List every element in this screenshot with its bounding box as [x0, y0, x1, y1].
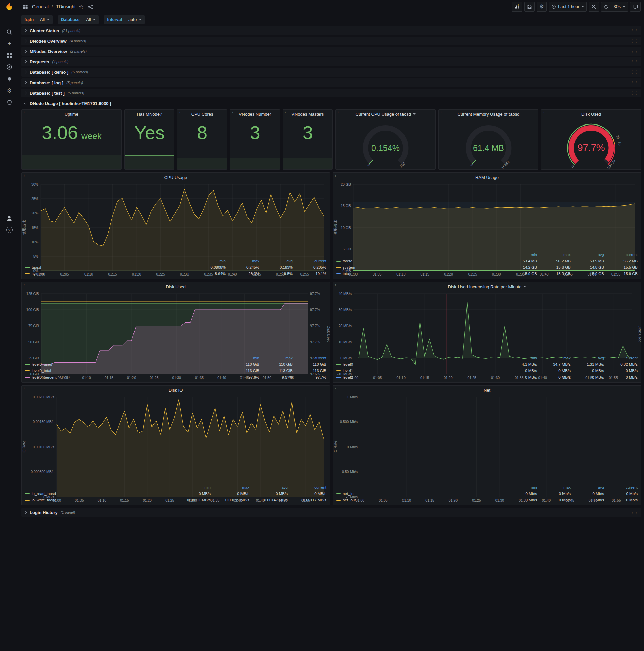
panel-info-icon[interactable]: i [335, 174, 336, 177]
legend-column-header[interactable]: current [293, 258, 326, 264]
dashboard-settings-button[interactable]: ⚙ [537, 2, 547, 12]
configuration-gear-icon[interactable]: ⚙ [6, 87, 13, 94]
legend-series-swatch[interactable] [336, 377, 341, 378]
panel-info-icon[interactable]: i [24, 111, 25, 114]
legend-column-header[interactable]: max [537, 484, 571, 490]
row-title[interactable]: Database: [ log ] [30, 80, 63, 85]
panel-title[interactable]: Disk Used Increasing Rate per Minute [333, 282, 641, 291]
legend-series-swatch[interactable] [336, 500, 341, 501]
legend-column-header[interactable]: avg [249, 484, 288, 490]
panel-info-icon[interactable]: i [24, 386, 25, 390]
panel-info-icon[interactable]: i [127, 111, 128, 114]
legend-series-swatch[interactable] [25, 500, 30, 501]
legend-series-name[interactable]: level0_percent [32, 375, 57, 379]
legend-series-swatch[interactable] [336, 370, 341, 371]
panel-title[interactable]: Current CPU Usage of taosd [336, 110, 436, 119]
panel-info-icon[interactable]: i [441, 111, 442, 114]
variable-value-dropdown[interactable]: auto [125, 16, 144, 24]
legend-series-name[interactable]: total [343, 272, 350, 276]
panel-title[interactable]: RAM Usage [333, 173, 641, 182]
legend-series-name[interactable]: io_write_taosd [32, 498, 56, 502]
server-admin-shield-icon[interactable] [6, 99, 13, 106]
legend-column-header[interactable]: avg [571, 252, 604, 258]
panel-title[interactable]: Has MNode? [125, 110, 174, 119]
disk-io-chart[interactable]: 0 MB/s0.000500 MB/s0.00100 MB/s0.00150 M… [22, 394, 330, 484]
panel-title[interactable]: Disk IO [22, 385, 330, 394]
drag-handle-icon[interactable]: ⋮⋮ [630, 70, 638, 74]
row-title[interactable]: Database: [ test ] [30, 91, 65, 96]
legend-column-header[interactable]: max [211, 484, 249, 490]
legend-column-header[interactable]: min [504, 252, 537, 258]
row-dnode-usage[interactable]: DNode Usage [ huolinhe-TM1701:6030 ] [22, 99, 641, 108]
help-icon[interactable]: ? [6, 226, 13, 233]
legend-series-swatch[interactable] [25, 377, 30, 378]
legend-column-header[interactable]: current [604, 252, 638, 258]
panel-info-icon[interactable]: i [232, 111, 233, 114]
legend-column-header[interactable]: max [537, 252, 571, 258]
legend-series-swatch[interactable] [25, 274, 30, 275]
legend-column-header[interactable]: min [504, 355, 537, 361]
row-cluster-status[interactable]: Cluster Status(21 panels)⋮⋮ [22, 26, 641, 35]
legend-column-header[interactable]: min [172, 484, 211, 490]
legend-column-header[interactable]: current [293, 355, 326, 361]
drag-handle-icon[interactable]: ⋮⋮ [630, 28, 638, 33]
legend-series-name[interactable]: level1 [343, 369, 353, 373]
add-panel-button[interactable] [512, 2, 522, 12]
legend-series-name[interactable]: level0_used [32, 363, 52, 366]
refresh-button[interactable] [601, 2, 611, 12]
disk-used-chart[interactable]: 0 GiB97.6%25 GiB97.7%50 GiB97.7%75 GiB97… [22, 291, 330, 355]
panel-title[interactable]: VNodes Number [230, 110, 280, 119]
share-icon[interactable] [87, 3, 94, 10]
legend-series-swatch[interactable] [336, 261, 341, 262]
panel-info-icon[interactable]: i [543, 111, 544, 114]
explore-compass-icon[interactable] [6, 63, 13, 71]
legend-series-swatch[interactable] [25, 493, 30, 494]
breadcrumb-title[interactable]: TDinsight [56, 4, 76, 9]
variable-value-dropdown[interactable]: All [37, 16, 53, 24]
panel-info-icon[interactable]: i [24, 174, 25, 177]
panel-info-icon[interactable]: i [180, 111, 181, 114]
drag-handle-icon[interactable]: ⋮⋮ [630, 59, 638, 64]
star-icon[interactable]: ☆ [79, 4, 84, 10]
panel-info-icon[interactable]: i [285, 111, 286, 114]
panel-info-icon[interactable]: i [335, 283, 336, 286]
drag-handle-icon[interactable]: ⋮⋮ [630, 39, 638, 43]
legend-series-swatch[interactable] [25, 364, 30, 365]
refresh-interval-picker[interactable]: 30s [611, 2, 628, 12]
legend-column-header[interactable]: max [259, 355, 293, 361]
panel-title[interactable]: CPU Usage [22, 173, 330, 182]
breadcrumb-section[interactable]: General [32, 4, 49, 9]
drag-handle-icon[interactable]: ⋮⋮ [630, 49, 638, 54]
legend-column-header[interactable]: avg [259, 258, 293, 264]
panel-title[interactable]: CPU Cores [178, 110, 227, 119]
net-chart[interactable]: -1 Mb/s-0.50 Mb/s0 Mb/s0.500 Mb/s1 Mb/s0… [333, 394, 641, 484]
legend-series-name[interactable]: level0_total [32, 369, 51, 373]
legend-column-header[interactable]: avg [571, 484, 604, 490]
legend-series-name[interactable]: net_in [343, 492, 353, 496]
drag-handle-icon[interactable]: ⋮⋮ [630, 91, 638, 95]
cycle-view-button[interactable] [630, 2, 641, 12]
row-title[interactable]: Database: [ demo ] [30, 70, 68, 75]
legend-column-header[interactable]: max [226, 258, 259, 264]
cpu-usage-chart[interactable]: 0%5%10%15%20%25%30%01:0001:0501:1001:150… [22, 182, 330, 258]
panel-info-icon[interactable]: i [24, 283, 25, 286]
row-requests[interactable]: Requests(4 panels)⋮⋮ [22, 57, 641, 66]
disk-rate-chart[interactable]: -10 MB/s0 MB/s10 MB/s20 MB/s30 MB/s40 MB… [333, 291, 641, 355]
row-database-log[interactable]: Database: [ log ](5 panels)⋮⋮ [22, 78, 641, 87]
dashboards-icon[interactable] [6, 52, 13, 59]
legend-column-header[interactable]: min [504, 484, 537, 490]
legend-series-name[interactable]: system [343, 266, 355, 270]
panel-title[interactable]: Current Memory Usage of taosd [439, 110, 538, 119]
legend-series-swatch[interactable] [25, 267, 30, 268]
legend-series-name[interactable]: level0 [343, 363, 353, 366]
row-title[interactable]: Requests [30, 59, 49, 64]
legend-series-name[interactable]: taosd [32, 266, 41, 270]
drag-handle-icon[interactable]: ⋮⋮ [630, 80, 638, 85]
drag-handle-icon[interactable]: ⋮⋮ [630, 510, 638, 515]
row-mnodes-overview[interactable]: MNodes Overview(2 panels)⋮⋮ [22, 47, 641, 56]
row-database-demo[interactable]: Database: [ demo ](5 panels)⋮⋮ [22, 68, 641, 76]
legend-series-name[interactable]: system [32, 272, 43, 276]
create-plus-icon[interactable]: + [6, 40, 13, 47]
legend-column-header[interactable]: current [288, 484, 326, 490]
ram-usage-chart[interactable]: 0 MB5 GB10 GB15 GB20 GB01:0001:0501:1001… [333, 182, 641, 252]
